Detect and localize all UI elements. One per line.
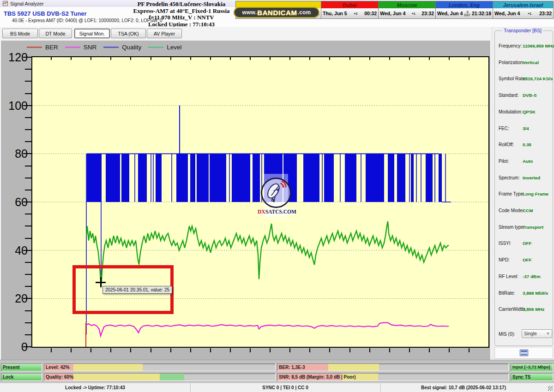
transponder-value: -37 dBm <box>523 274 541 279</box>
legend-line-swatch <box>148 47 163 48</box>
x-axis-tick <box>429 348 430 352</box>
watermark-suffix: .com <box>298 9 311 16</box>
device-title: TBS 5927 USB DVB-S2 Tuner <box>4 10 87 17</box>
x-axis-tick <box>369 348 370 352</box>
transponder-row: NPD:OFF <box>499 257 550 262</box>
transponder-row: Frame Type:Long Frame <box>499 191 550 196</box>
ber-label: BER: 1,3E-3 <box>279 365 305 370</box>
level-label: Level: 42% <box>46 365 70 370</box>
quality-block <box>345 154 356 202</box>
transponder-label: RollOff: <box>499 142 514 147</box>
transponder-label: Code Mode: <box>499 208 524 213</box>
clock-Moscow: MoscowWed, Jun 4+123:32 <box>379 1 436 19</box>
clock-Dubai: DubaiThu, Jun 5+200:32 <box>321 1 379 19</box>
annotation-line: Express-AM7 at 40°E_Fixed-1 Russia <box>124 8 239 15</box>
transponder-label: CarrierWidth: <box>499 307 526 312</box>
transponder-value: CCM <box>523 208 533 213</box>
x-axis-tick <box>409 57 410 60</box>
chevron-down-icon: ▼ <box>546 332 550 336</box>
offset-value: -1 <box>466 10 469 13</box>
transponder-label: Frame Type: <box>499 191 524 196</box>
x-axis-tick <box>429 57 430 60</box>
y-axis-tick <box>25 166 31 166</box>
x-axis-tick <box>130 57 131 60</box>
status-uptime: Locked -> Uptime: 77:10:43 <box>0 383 191 392</box>
legend-label: Quality <box>122 44 141 51</box>
transponder-row: Spectrum:Inverted <box>499 175 550 180</box>
mis-dropdown[interactable]: Single ▼ <box>522 329 552 338</box>
quality-block <box>197 154 209 202</box>
x-axis-tick <box>110 348 111 352</box>
quality-block <box>439 154 442 202</box>
legend-line-swatch <box>103 47 119 48</box>
y-axis-tick <box>25 81 31 82</box>
mis-value: Single <box>524 331 537 336</box>
x-axis-tick <box>449 57 450 60</box>
quality-block <box>138 154 147 202</box>
offset-value: +1 <box>528 12 531 15</box>
y-axis-tick <box>23 346 31 347</box>
transponder-label: Spectrum: <box>499 175 520 180</box>
transponder-label: RF Level: <box>499 274 518 279</box>
clock-city-label: London, Eng <box>436 1 493 8</box>
chart-tooltip: 2025-06-01 20.35.01, value: 25 <box>102 286 172 294</box>
x-axis-tick <box>151 57 151 60</box>
x-axis-tick <box>469 348 470 352</box>
x-axis-tick <box>170 348 171 352</box>
y-axis-tick <box>23 298 31 299</box>
transponder-value: 0.35 <box>523 142 531 147</box>
y-axis-tick <box>25 238 31 239</box>
x-axis-tick <box>51 57 52 60</box>
clock-city-label: Moscow <box>379 1 435 8</box>
transponder-title: Transponder [BS] <box>502 28 543 33</box>
transponder-value: 3,898 Mbit/s <box>523 291 548 296</box>
save-button[interactable] <box>494 347 553 359</box>
transponder-value: 11069,959 MHz <box>523 43 554 48</box>
tab-bs-mode[interactable]: BS Mode <box>2 29 38 38</box>
resize-grip[interactable] <box>548 386 553 391</box>
transponder-row: ISSYIOFF <box>499 241 550 246</box>
transponder-value: OFF <box>523 241 532 246</box>
tab-av-player[interactable]: AV Player <box>147 29 182 38</box>
y-axis-tick <box>25 262 31 263</box>
transponder-row: Pilot:Auto <box>499 159 550 164</box>
x-axis-tick <box>309 348 310 352</box>
transponder-row: Stream type:Transport <box>499 225 550 230</box>
transponder-row: Polarization:Vertical <box>499 60 550 65</box>
sync-label: Sync TS <box>512 374 530 380</box>
transponder-row: Symbol Rate:2819,724 KS/s <box>499 76 550 81</box>
sync-indicator: Sync TS <box>511 373 553 381</box>
tab-dt-mode[interactable]: DT Mode <box>39 29 72 38</box>
tab-signal-mon-[interactable]: Signal Mon. <box>74 29 110 38</box>
transponder-value: Auto <box>523 159 533 164</box>
satellite-dish-icon <box>261 178 291 208</box>
transponder-value: DVB-S <box>523 93 536 98</box>
clock-utc-offset: +1 <box>412 12 416 15</box>
transponder-groupbox: Transponder [BS] Frequency:11069,959 MHz… <box>494 28 553 346</box>
transponder-row: FEC:3/4 <box>499 126 550 131</box>
chart-legend: BERSNRQualityLevel <box>27 42 182 52</box>
clock-time-value: 23:32 <box>539 11 552 16</box>
y-axis-tick <box>25 117 31 118</box>
clock-time-value: 23:32 <box>422 11 434 16</box>
clock-time-row: Wed, Jun 4+123:32 <box>379 8 435 18</box>
transponder-label: FEC: <box>499 126 509 131</box>
quality-indicator: Quality: 60% <box>44 373 276 381</box>
x-axis-tick <box>329 348 330 352</box>
x-axis-tick <box>250 348 251 352</box>
legend-item-quality: Quality <box>103 44 141 51</box>
quality-block <box>156 154 162 202</box>
chart-panel: BERSNRQualityLevel <box>1 41 490 360</box>
y-axis-tick <box>23 250 31 251</box>
transponder-row: CarrierWidth:3,806 MHz <box>499 307 550 312</box>
clock-time-row: Wed, Jun 4-1DST21:32:18 <box>436 8 493 18</box>
y-axis-tick <box>23 153 31 154</box>
present-label: Present <box>3 365 20 370</box>
x-axis-tick <box>389 348 390 352</box>
x-axis-tick <box>230 348 231 352</box>
transponder-value: QPSK <box>523 109 536 114</box>
tab-tsa-ok-[interactable]: TSA (OK) <box>111 29 146 38</box>
present-indicator: Present <box>1 363 42 371</box>
clock-city-label: Dubai <box>321 1 378 8</box>
legend-item-snr: SNR <box>65 44 97 51</box>
